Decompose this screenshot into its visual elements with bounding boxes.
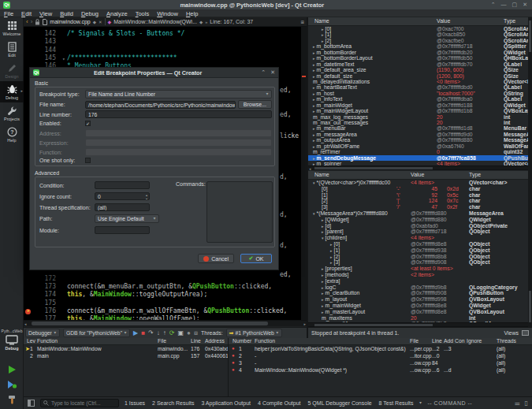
views-panel-icon[interactable]: [522, 330, 529, 336]
collapsed-arrow-icon[interactable]: ▸: [322, 310, 324, 314]
tree-row[interactable]: ▸m_clearButton@0x7fffffffd908QPushButton: [308, 290, 532, 296]
tree-row[interactable]: ▸m_default_area_size(1190, 600)QSize: [308, 67, 532, 73]
tree-row[interactable]: ▸[extra]: [308, 278, 532, 284]
column-file[interactable]: File: [410, 338, 419, 344]
symbol-dropdown-icon[interactable]: ◆: [199, 20, 203, 24]
column-type[interactable]: Type: [469, 172, 481, 177]
collapsed-arrow-icon[interactable]: ▸: [322, 266, 324, 271]
expressions-vertical-scrollbar[interactable]: [528, 171, 532, 327]
collapsed-arrow-icon[interactable]: ▸: [313, 103, 315, 108]
collapsed-arrow-icon[interactable]: ▸: [330, 260, 333, 265]
tree-row[interactable]: [1]'\'920x5cchar: [308, 192, 532, 199]
breakpoint-row[interactable]: ●4MainWindow::MainWindow(QWidget *)...ow…: [229, 366, 532, 374]
scroll-left-icon[interactable]: ◂: [24, 321, 27, 327]
dialog-shade-icon[interactable]: ⌃: [261, 69, 266, 76]
stack-header[interactable]: LevFunctionFileLineAddress: [24, 338, 228, 345]
output-pane-tab-application-output[interactable]: 3 Application Output: [201, 400, 251, 406]
instruction-icon[interactable]: ▣: [177, 329, 184, 337]
tree-row[interactable]: ▸m_outputArea@0x7fffffffd880MessageArea: [308, 137, 532, 143]
code-line[interactable]: 175: [24, 299, 307, 308]
collapsed-arrow-icon[interactable]: ▸: [330, 248, 333, 253]
tree-row[interactable]: ▸m_layout@0x7fffffffd998QVBoxLayout: [308, 296, 532, 303]
thread-spec-input[interactable]: (all): [95, 203, 150, 211]
step-into-icon[interactable]: ↓: [157, 329, 160, 337]
collapsed-arrow-icon[interactable]: ▸: [313, 97, 315, 102]
symbol-combo[interactable]: MainWindow::MainWindow(QWi...: [113, 19, 197, 24]
tree-row[interactable]: ▸m_datetimeText@0x7fffffffdb70QLabel: [308, 61, 532, 67]
code-line[interactable]: 142 /* Signals & Slots - Buttons */: [24, 30, 307, 39]
forward-icon[interactable]: ›: [31, 18, 33, 25]
editor-horizontal-scrollbar[interactable]: ◂ ▸: [24, 320, 307, 326]
breakpoints-header[interactable]: NumberFunctionFileLineAdd ConIgnoreThrea…: [229, 338, 532, 345]
collapsed-arrow-icon[interactable]: ▸: [313, 50, 315, 55]
tree-row[interactable]: ▸[0]@0x7fffffffd8e8QObject: [308, 241, 532, 247]
collapsed-arrow-icon[interactable]: ▸: [322, 303, 324, 308]
one-shot-checkbox[interactable]: [85, 158, 91, 163]
output-pane-tab-test-results[interactable]: 8 Test Results: [379, 400, 414, 406]
build-button[interactable]: [0, 392, 24, 407]
module-input[interactable]: [95, 226, 150, 234]
column-value[interactable]: Value: [437, 18, 450, 24]
collapsed-arrow-icon[interactable]: ▸: [330, 255, 333, 259]
tree-row[interactable]: m_max_out_messages20int: [308, 120, 532, 125]
tree-row[interactable]: ▸[0]@0xac7f00QScrollArea: [308, 26, 532, 32]
views-menu-button[interactable]: Views: [504, 330, 519, 336]
condition-input[interactable]: [95, 181, 150, 189]
mode-help[interactable]: ?Help: [0, 124, 24, 145]
code-line[interactable]: 144: [24, 46, 307, 55]
progress-icon[interactable]: ⚌: [514, 400, 519, 407]
tree-row[interactable]: ▸m_default_size(1200, 800)QSize: [308, 73, 532, 79]
stop-icon[interactable]: ■: [141, 329, 145, 337]
column-ignore[interactable]: Ignore: [467, 338, 482, 344]
stack-frame-row[interactable]: 2mainmain.cpp1570x440061: [24, 352, 228, 359]
column-value[interactable]: Value: [411, 172, 424, 177]
enabled-checkbox[interactable]: ✓: [85, 121, 91, 126]
output-pane-tab-search-results[interactable]: 2 Search Results: [152, 400, 194, 406]
tree-row[interactable]: [0]'-'450x2dchar: [308, 186, 532, 192]
open-file-tab[interactable]: mainwindow.cpp: [50, 19, 90, 24]
tree-row[interactable]: ▾*(QVector<char>*)0x7fffffffdc00<4 items…: [308, 180, 532, 186]
tree-row[interactable]: ▸m_menuBar@0x7fffffffd1d8MenuBar: [308, 125, 532, 131]
breakpoint-marker-icon[interactable]: ➤: [25, 308, 32, 314]
collapsed-arrow-icon[interactable]: ▸: [322, 218, 324, 222]
menu-file[interactable]: File: [0, 10, 17, 17]
step-over-icon[interactable]: ↷: [148, 329, 154, 337]
tree-row[interactable]: ▸[d]@0xabfad0QObjectPrivate: [308, 223, 532, 229]
tree-row[interactable]: ▸m_bottomArea@0x7fffffffd718QSplitter: [308, 43, 532, 49]
breakpoint-row[interactable]: ●2-...itor.cpp...0(all): [229, 352, 532, 359]
column-name[interactable]: Name: [314, 18, 329, 24]
locals-horizontal-scrollbar[interactable]: ◂ ▸: [308, 165, 532, 170]
breakpoint-row[interactable]: ●1helper:jsonValToStringBasicData(QStrin…: [229, 345, 532, 352]
code-line[interactable]: 145▾ /****************************: [24, 54, 307, 63]
column-threads[interactable]: Threads: [497, 338, 516, 344]
locals-vertical-scrollbar[interactable]: [528, 17, 532, 171]
breakpoint-row[interactable]: ●3-...ow.cpp84(all): [229, 359, 532, 366]
scrollbar-handle[interactable]: [314, 324, 433, 326]
menu-analyze[interactable]: Analyze: [102, 10, 132, 17]
cancel-button[interactable]: Cancel: [198, 254, 234, 263]
file-dropdown-icon[interactable]: ◆: [93, 20, 96, 24]
locator-input[interactable]: Type to locate (Ctrl...: [40, 399, 119, 407]
tree-row[interactable]: ▸m_host"localhost:7000"QString: [308, 91, 532, 96]
back-icon[interactable]: ‹: [26, 18, 28, 25]
column-file[interactable]: File: [158, 338, 166, 344]
collapsed-arrow-icon[interactable]: ▸: [313, 138, 315, 143]
tree-row[interactable]: [3]'/'470x2fchar: [308, 204, 532, 210]
collapsed-arrow-icon[interactable]: ▸: [313, 74, 315, 79]
menu-help[interactable]: Help: [182, 10, 202, 17]
tree-row[interactable]: ▸logC@0x7fffffffd9b8QLoggingCategory: [308, 284, 532, 291]
step-out-icon[interactable]: ↑: [163, 329, 166, 337]
tree-row[interactable]: ▸m_mainWidget@0x7fffffffd188QWidget: [308, 102, 532, 108]
tree-row[interactable]: ▸m_masterLayout@0x7fffffffd8e8QVBoxLayou…: [308, 309, 532, 315]
collapsed-arrow-icon[interactable]: ▸: [313, 56, 315, 61]
ignore-count-spinbox[interactable]: 0 ▴▾: [95, 192, 150, 200]
collapsed-arrow-icon[interactable]: ▸: [313, 85, 315, 90]
column-lev[interactable]: Lev: [27, 338, 35, 344]
breakpoint-type-combo[interactable]: File Name and Line Number⯆: [85, 90, 272, 99]
tree-row[interactable]: ▾[children]<4 items>: [308, 235, 532, 241]
collapsed-arrow-icon[interactable]: ▸: [313, 132, 315, 137]
column-function[interactable]: Function: [37, 338, 58, 344]
code-line[interactable]: 172: [24, 275, 307, 284]
tree-row[interactable]: ▸m_ptrWallOfFame@0xa67f40WallOfFame: [308, 143, 532, 149]
tree-row[interactable]: ▸[2]@0xacfbe0QScrollArea: [308, 38, 532, 43]
